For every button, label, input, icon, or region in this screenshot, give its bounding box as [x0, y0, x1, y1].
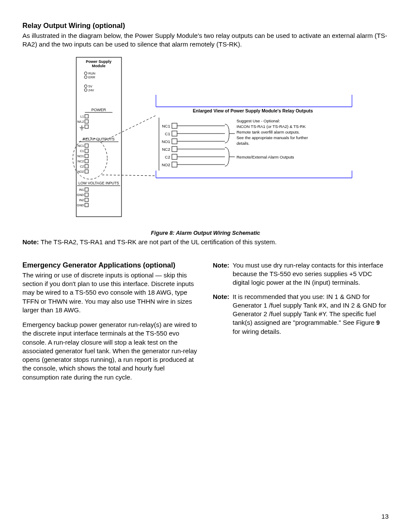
left-column: Emergency Generator Applications (option…	[22, 258, 198, 388]
label-no1: NO1	[78, 154, 84, 158]
note-dry-run: Note: You must use dry run-relay contact…	[213, 261, 389, 287]
note2-text-b: for wiring details.	[233, 328, 281, 335]
terminal-c1	[85, 149, 88, 152]
enlarged-wires	[177, 126, 225, 165]
note-recommended: Note: It is recommended that you use: IN…	[213, 292, 389, 336]
page-number: 13	[381, 513, 389, 520]
suggest-line5: details.	[237, 141, 249, 146]
right-column: Note: You must use dry run-relay contact…	[213, 258, 389, 341]
terminal-in1	[85, 188, 88, 191]
note-label: Note:	[22, 238, 39, 246]
svg-rect-9	[172, 131, 177, 136]
alarm-wiring-svg: Power Supply Module RUN ERR 5V 24V POWER…	[50, 55, 361, 225]
led-5v-label: 5V	[88, 84, 92, 88]
label-gnd2: GND	[77, 203, 84, 207]
label-in2: IN2	[79, 198, 84, 202]
led-24v-label: 24V	[88, 88, 94, 92]
label-nc2: NC2	[78, 159, 84, 163]
label-nc1: NC1	[78, 144, 84, 148]
label-c2: C2	[80, 165, 84, 168]
e-label-c1: C1	[165, 131, 170, 136]
label-in1: IN1	[79, 188, 84, 192]
bracket-bottom	[225, 147, 229, 166]
leader-top	[101, 115, 156, 142]
terminal-c2	[85, 165, 88, 168]
terminal-gnd1	[85, 193, 88, 196]
terminal-no2	[85, 170, 88, 173]
terminal-gnd2	[85, 203, 88, 207]
label-l1: L1	[81, 115, 84, 118]
svg-rect-10	[172, 139, 177, 144]
suggest-line3: Remote tank overfill alarm outputs.	[237, 130, 300, 134]
enlarged-terminals: NC1 C1 NO1 NC2 C2 NO2	[159, 118, 177, 171]
note2-label: Note:	[213, 292, 233, 336]
terminal-nc2	[85, 159, 88, 163]
e-label-no2: NO2	[162, 162, 170, 167]
para-gen-2: Emergency backup power generator run-rel…	[22, 320, 198, 382]
heading-emergency-gen: Emergency Generator Applications (option…	[22, 261, 198, 269]
led-5v-icon	[84, 84, 87, 87]
terminal-nl2	[85, 120, 88, 123]
svg-rect-11	[172, 146, 177, 152]
led-run-icon	[84, 72, 87, 74]
suggest-line4: See the appropriate manuals for further	[237, 135, 308, 140]
e-label-no1: NO1	[162, 139, 170, 144]
ground-icon	[80, 125, 84, 130]
terminal-nc1	[85, 144, 88, 147]
bracket-top	[225, 124, 229, 143]
suggest-line2: INCON TS-RA1 (or TS-RA2) & TS-RK	[237, 124, 306, 129]
document-page: Relay Output Wiring (optional) As illust…	[0, 0, 411, 532]
psm-title1: Power Supply	[86, 59, 112, 64]
power-section-label: POWER	[91, 108, 106, 112]
para-gen-1: The wiring or use of discrete inputs is …	[22, 271, 198, 314]
figure-8-caption: Figure 8: Alarm Output Wiring Schematic	[22, 230, 389, 236]
label-c1: C1	[80, 149, 84, 153]
note-ul-cert: Note: The TS-RA2, TS-RA1 and TS-RK are n…	[22, 238, 389, 246]
remote-label: Remote/External Alarm Outputs	[237, 155, 294, 159]
suggest-line1: Suggest Use - Optional:	[237, 118, 280, 123]
callout-ellipse	[73, 138, 107, 179]
label-gnd1: GND	[77, 193, 84, 197]
leader-bottom	[102, 175, 156, 176]
terminal-l1	[85, 115, 88, 118]
e-label-nc2: NC2	[162, 147, 170, 152]
svg-rect-8	[172, 123, 177, 128]
note2-text: It is recommended that you use: IN 1 & G…	[233, 292, 389, 336]
note2-text-bold: 9	[376, 319, 380, 326]
label-no2: NO2	[78, 170, 84, 174]
enlarged-title: Enlarged View of Power Supply Module's R…	[193, 108, 313, 113]
led-err-label: ERR	[88, 75, 95, 79]
note1-label: Note:	[213, 261, 233, 287]
svg-rect-13	[172, 162, 177, 167]
para-relay-intro: As illustrated in the diagram below, the…	[22, 31, 389, 49]
psm-title2: Module	[92, 64, 106, 68]
note-text: The TS-RA2, TS-RA1 and TS-RK are not par…	[39, 238, 277, 246]
e-label-nc1: NC1	[162, 124, 170, 128]
label-nl2: N/L2	[77, 120, 84, 124]
led-err-icon	[84, 75, 87, 78]
lowvolt-section-label: LOW VOLTAGE INPUTS	[78, 181, 119, 185]
svg-rect-12	[172, 154, 177, 159]
note2-text-a: It is recommended that you use: IN 1 & G…	[233, 293, 386, 327]
led-24v-icon	[84, 88, 87, 91]
heading-relay-output: Relay Output Wiring (optional)	[22, 22, 389, 30]
two-column-section: Emergency Generator Applications (option…	[22, 258, 389, 388]
e-label-c2: C2	[165, 155, 170, 159]
terminal-in2	[85, 198, 88, 202]
terminal-no1	[85, 154, 88, 158]
note1-text: You must use dry run-relay contacts for …	[233, 261, 389, 287]
led-run-label: RUN	[88, 72, 95, 75]
figure-8-schematic: Power Supply Module RUN ERR 5V 24V POWER…	[22, 55, 389, 236]
terminal-gnd-power	[85, 125, 88, 128]
